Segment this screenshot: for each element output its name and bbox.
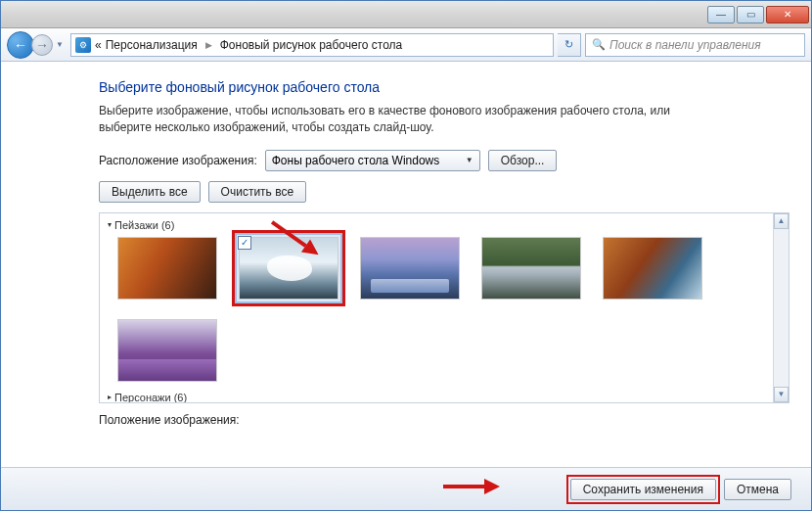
refresh-icon: ↻ xyxy=(564,38,573,51)
group-characters[interactable]: ▸ Персонажи (6) xyxy=(108,392,781,403)
footer-bar: Сохранить изменения Отмена xyxy=(1,467,811,510)
position-label: Положение изображения: xyxy=(99,413,789,427)
location-row: Расположение изображения: Фоны рабочего … xyxy=(99,150,789,171)
breadcrumb-prefix: « xyxy=(95,38,102,52)
location-dropdown[interactable]: Фоны рабочего стола Windows ▼ xyxy=(265,150,480,171)
titlebar: — ▭ ✕ xyxy=(1,1,811,28)
back-arrow-icon: ← xyxy=(14,37,27,53)
group-landscapes[interactable]: ▾ Пейзажи (6) xyxy=(108,219,781,231)
forward-arrow-icon: → xyxy=(35,37,49,53)
wallpaper-thumb-1[interactable] xyxy=(117,237,217,300)
checkbox-checked-icon[interactable]: ✓ xyxy=(238,236,251,250)
breadcrumb-desktop-background[interactable]: Фоновый рисунок рабочего стола xyxy=(220,38,403,52)
chevron-down-icon: ▼ xyxy=(466,156,474,164)
close-button[interactable]: ✕ xyxy=(766,6,809,23)
window: — ▭ ✕ ← → ▼ ⚙ « Персонализация ▶ Фоновый… xyxy=(0,0,812,511)
navigation-bar: ← → ▼ ⚙ « Персонализация ▶ Фоновый рисун… xyxy=(1,28,811,62)
page-title: Выберите фоновый рисунок рабочего стола xyxy=(99,79,789,95)
scroll-up-button[interactable]: ▲ xyxy=(774,213,789,229)
wallpaper-picker: ▾ Пейзажи (6) ✓ ▸ Персонажи (6) ▲ xyxy=(99,212,789,403)
nav-buttons: ← → ▼ xyxy=(7,31,67,59)
collapse-triangle-icon: ▾ xyxy=(108,220,112,229)
page-description: Выберите изображение, чтобы использовать… xyxy=(99,103,705,136)
search-input[interactable]: 🔍 Поиск в панели управления xyxy=(585,33,805,57)
close-icon: ✕ xyxy=(784,9,791,20)
group-landscapes-label: Пейзажи (6) xyxy=(114,219,174,231)
wallpaper-thumb-6[interactable] xyxy=(117,319,217,382)
scroll-down-button[interactable]: ▼ xyxy=(774,387,789,402)
group-characters-label: Персонажи (6) xyxy=(114,392,187,403)
control-panel-icon: ⚙ xyxy=(75,37,91,53)
forward-button[interactable]: → xyxy=(31,34,53,56)
clear-all-button[interactable]: Очистить все xyxy=(208,181,306,203)
selection-buttons-row: Выделить все Очистить все xyxy=(99,181,789,203)
refresh-button[interactable]: ↻ xyxy=(558,33,581,57)
content-area: Выберите фоновый рисунок рабочего стола … xyxy=(1,62,811,467)
wallpaper-thumb-2[interactable]: ✓ xyxy=(239,237,338,300)
location-label: Расположение изображения: xyxy=(99,154,257,167)
wallpaper-thumb-4[interactable] xyxy=(481,237,581,300)
location-value: Фоны рабочего стола Windows xyxy=(272,154,440,167)
search-icon: 🔍 xyxy=(592,38,606,51)
thumbnails-row: ✓ xyxy=(108,237,781,382)
scrollbar[interactable]: ▲ ▼ xyxy=(773,213,789,402)
minimize-button[interactable]: — xyxy=(707,6,735,23)
maximize-icon: ▭ xyxy=(746,9,755,20)
save-changes-button[interactable]: Сохранить изменения xyxy=(570,479,716,500)
breadcrumb-separator-icon: ▶ xyxy=(202,40,216,50)
nav-history-dropdown[interactable]: ▼ xyxy=(53,34,67,56)
select-all-button[interactable]: Выделить все xyxy=(99,181,201,203)
browse-button[interactable]: Обзор... xyxy=(488,150,558,171)
breadcrumb-personalization[interactable]: Персонализация xyxy=(106,38,198,52)
collapse-triangle-icon: ▸ xyxy=(108,393,112,401)
maximize-button[interactable]: ▭ xyxy=(737,6,764,23)
address-bar[interactable]: ⚙ « Персонализация ▶ Фоновый рисунок раб… xyxy=(70,33,554,57)
search-placeholder: Поиск в панели управления xyxy=(609,38,761,52)
minimize-icon: — xyxy=(716,9,726,20)
back-button[interactable]: ← xyxy=(7,31,34,59)
cancel-button[interactable]: Отмена xyxy=(724,479,791,500)
wallpaper-thumb-5[interactable] xyxy=(603,237,702,300)
wallpaper-thumb-3[interactable] xyxy=(360,237,460,300)
